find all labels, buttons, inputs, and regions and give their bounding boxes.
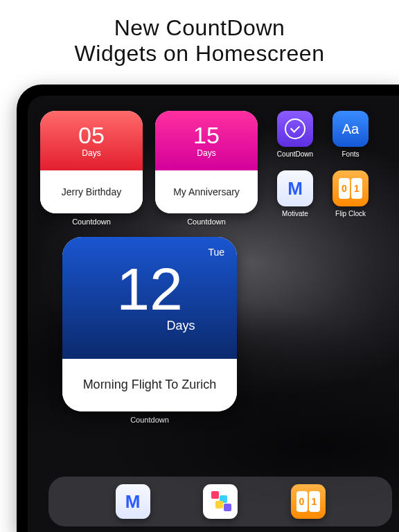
promo-line1: New CountDown [114,15,285,40]
widget-top: 05 Days [40,111,143,170]
promo-heading: New CountDown Widgets on Homescreen [0,0,399,79]
countdown-widget-small-1[interactable]: 05 Days Jerry Birthday Countdown [40,111,143,226]
app-label: CountDown [277,150,313,158]
countdown-widget-large[interactable]: Tue 12 Days Morning Flight To Zurich Cou… [62,237,237,424]
app-label: Motivate [282,210,308,218]
widget-label: Countdown [187,218,226,226]
countdown-widget-small-2[interactable]: 15 Days My Anniversary Countdown [155,111,258,226]
countdown-icon [277,111,313,147]
app-motivate[interactable]: M Motivate [274,170,316,218]
widget-title: Jerry Birthday [40,170,143,213]
widget-count: 15 [193,123,220,147]
app-label: Flip Clock [335,210,366,218]
widget-count: 12 [116,263,183,316]
widget-count: 05 [78,123,105,147]
widget-unit: Days [166,319,195,333]
widget-title: My Anniversary [155,170,258,213]
widget-label: Countdown [130,416,169,424]
motivate-icon: M [277,170,313,206]
widget-top: 15 Days [155,111,258,170]
app-grid: CountDown Aa Fonts M Motivate 01 F [274,111,371,218]
app-fonts[interactable]: Aa Fonts [330,111,371,158]
widget-weekday: Tue [208,247,224,258]
widget-unit: Days [82,148,100,158]
widget-label: Countdown [72,218,111,226]
dock-app-flip-clock[interactable]: 01 [291,484,326,519]
blocks-icon [210,491,231,512]
dock-app-blocks[interactable] [203,484,238,519]
flip-clock-icon: 01 [296,491,320,512]
flip-digit: 1 [309,491,320,512]
promo-line2: Widgets on Homescreen [75,41,325,66]
app-countdown[interactable]: CountDown [274,111,316,158]
widget-title: Morning Flight To Zurich [62,359,237,411]
app-flip-clock[interactable]: 01 Flip Clock [330,170,371,218]
flip-clock-icon: 01 [332,170,369,206]
app-label: Fonts [342,150,359,158]
home-screen[interactable]: 05 Days Jerry Birthday Countdown 15 Days [28,96,399,532]
dock: M 01 [48,477,392,526]
flip-digit: 0 [339,178,350,199]
ipad-frame: 05 Days Jerry Birthday Countdown 15 Days [17,85,399,532]
dock-app-motivate[interactable]: M [116,484,150,519]
widget-unit: Days [197,148,215,158]
flip-digit: 0 [296,491,308,512]
widget-top: Tue 12 Days [62,237,237,359]
flip-digit: 1 [351,178,362,199]
fonts-icon: Aa [332,111,369,147]
